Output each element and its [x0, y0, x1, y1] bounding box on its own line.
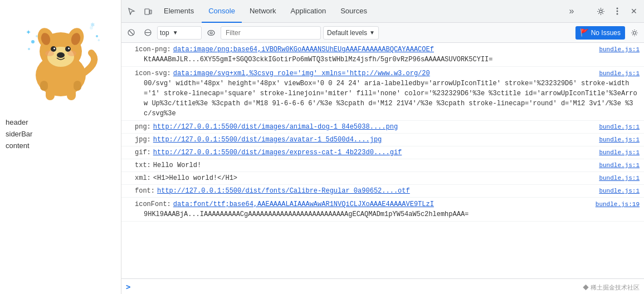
context-selector[interactable]: top ▼ — [157, 26, 202, 40]
devtools-topbar: Elements Console Network Application Sou… — [121, 0, 644, 23]
svg-point-8 — [65, 46, 71, 52]
console-row: jpg: http://127.0.0.1:5500/dist/images/a… — [121, 134, 644, 146]
svg-point-29 — [617, 8, 618, 9]
row-continuation: 00/svg' width='48px' height='48px' viewB… — [135, 79, 640, 119]
svg-point-13 — [67, 51, 76, 56]
row-source[interactable]: bundle.js:1 — [592, 135, 640, 145]
label-sidebar: siderBar — [6, 129, 32, 140]
tab-elements[interactable]: Elements — [157, 0, 201, 23]
row-label: icon-png: — [135, 45, 171, 55]
svg-point-31 — [617, 13, 618, 15]
left-panel-labels: header siderBar content — [0, 117, 32, 151]
row-label: gif: — [135, 148, 151, 158]
row-source[interactable]: bundle.js:1 — [592, 174, 640, 183]
label-header: header — [6, 117, 32, 129]
svg-point-38 — [633, 31, 636, 34]
row-link[interactable]: http://127.0.0.1:5500/dist/images/avatar… — [153, 135, 382, 145]
row-text: Hello World! — [153, 160, 593, 170]
default-levels-dropdown[interactable]: Default levels ▼ — [323, 26, 379, 40]
row-label: icon-svg: — [135, 68, 171, 79]
eye-icon-btn[interactable] — [204, 26, 218, 40]
dog-illustration: ✦ ❄ ✦ — [19, 11, 103, 100]
tab-sources[interactable]: Sources — [334, 0, 374, 23]
tab-console[interactable]: Console — [202, 0, 242, 23]
row-link[interactable]: data:image/png;base64,iVBORw0KGoAAAANSUh… — [173, 45, 434, 55]
devtools-toolbar: top ▼ Default levels ▼ 🚩 No Issues — [121, 23, 644, 43]
console-row: icon-png: data:image/png;base64,iVBORw0K… — [121, 43, 644, 67]
console-input[interactable] — [134, 283, 640, 291]
svg-rect-26 — [145, 9, 149, 14]
watermark: ◆ 稀土掘金技术社区 — [583, 283, 640, 292]
svg-point-9 — [53, 48, 55, 50]
row-label: txt: — [135, 160, 151, 170]
console-row: iconFont: data:font/ttf;base64,AAEAAAALA… — [121, 198, 644, 222]
svg-rect-27 — [150, 10, 152, 14]
row-link[interactable]: http://127.0.0.1:5500/dist/fonts/Calibre… — [157, 186, 410, 196]
svg-point-30 — [617, 11, 618, 12]
row-label: iconFont: — [135, 199, 171, 209]
left-panel: ✦ ❄ ✦ header siderBar content — [0, 0, 121, 294]
more-options-btn[interactable] — [609, 3, 625, 19]
console-row: xml: <H1>Hello world!</H1> bundle.js:1 — [121, 172, 644, 185]
row-link[interactable]: data:image/svg+xml,%3csvg role='img' xml… — [173, 68, 430, 79]
svg-point-11 — [57, 52, 65, 58]
svg-point-18 — [31, 40, 35, 43]
console-row: icon-svg: data:image/svg+xml,%3csvg role… — [121, 67, 644, 121]
device-toggle-btn[interactable] — [140, 3, 156, 19]
row-source[interactable]: bundle.js:19 — [589, 200, 640, 209]
row-source[interactable]: bundle.js:1 — [592, 148, 640, 158]
row-link[interactable]: data:font/ttf;base64,AAEAAAALAIAAAwAwAR1… — [173, 199, 434, 209]
console-output: icon-png: data:image/png;base64,iVBORw0K… — [121, 43, 644, 278]
svg-text:✦: ✦ — [97, 38, 101, 43]
svg-point-7 — [51, 46, 56, 52]
console-settings-btn[interactable] — [627, 26, 642, 40]
cursor-icon-btn[interactable] — [124, 3, 139, 19]
row-label: xml: — [135, 173, 151, 183]
more-tabs-btn[interactable]: » — [564, 3, 579, 19]
settings-icon-btn[interactable] — [593, 3, 608, 19]
tab-network[interactable]: Network — [243, 0, 283, 23]
block-icon-btn[interactable] — [140, 26, 155, 40]
svg-point-12 — [45, 51, 54, 56]
row-source[interactable]: bundle.js:1 — [592, 187, 640, 196]
console-row: font: http://127.0.0.1:5500/dist/fonts/C… — [121, 185, 644, 198]
context-dropdown-arrow: ▼ — [173, 30, 178, 36]
svg-point-22 — [96, 35, 98, 37]
no-issues-badge[interactable]: 🚩 No Issues — [575, 26, 625, 40]
svg-rect-16 — [40, 81, 48, 91]
row-link[interactable]: http://127.0.0.1:5500/dist/images/expres… — [153, 148, 402, 158]
filter-input[interactable] — [221, 26, 321, 40]
default-levels-label: Default levels — [327, 29, 367, 37]
svg-rect-15 — [67, 88, 76, 100]
svg-point-28 — [599, 10, 602, 13]
svg-point-19 — [28, 48, 30, 50]
label-content: content — [6, 140, 32, 152]
svg-text:✦: ✦ — [26, 28, 31, 36]
row-source[interactable]: bundle.js:1 — [592, 161, 640, 170]
svg-rect-17 — [74, 81, 81, 91]
row-source[interactable]: bundle.js:1 — [592, 69, 640, 79]
no-issues-text: No Issues — [591, 29, 621, 37]
console-input-bar: > — [121, 278, 644, 294]
clear-console-btn[interactable] — [124, 26, 138, 40]
svg-point-36 — [208, 30, 214, 35]
svg-point-10 — [68, 48, 70, 50]
tab-application[interactable]: Application — [284, 0, 333, 23]
devtools-panel: Elements Console Network Application Sou… — [121, 0, 644, 294]
svg-line-33 — [129, 31, 133, 35]
row-source[interactable]: bundle.js:1 — [592, 45, 640, 55]
default-levels-arrow: ▼ — [369, 30, 375, 36]
svg-point-37 — [210, 32, 212, 34]
console-prompt: > — [126, 282, 130, 291]
row-label: png: — [135, 122, 151, 132]
row-label: jpg: — [135, 135, 151, 145]
row-continuation: KtAAAABmJLR...6XY55gmI+SGQO3ckkIGotirPo6… — [135, 55, 493, 65]
row-label: font: — [135, 186, 155, 196]
console-row: txt: Hello World! bundle.js:1 — [121, 159, 644, 172]
close-devtools-btn[interactable]: ✕ — [626, 3, 642, 19]
svg-point-20 — [36, 35, 38, 37]
svg-rect-14 — [46, 88, 55, 100]
row-link[interactable]: http://127.0.0.1:5500/dist/images/animal… — [153, 122, 398, 132]
row-source[interactable]: bundle.js:1 — [592, 122, 640, 132]
svg-text:❄: ❄ — [90, 22, 95, 28]
